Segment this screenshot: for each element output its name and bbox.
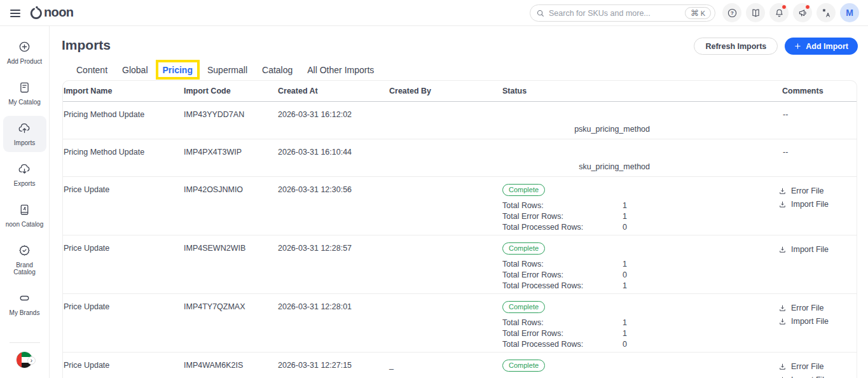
announcement-dot: [805, 4, 810, 10]
sidebar-item-label: noon Catalog: [6, 221, 44, 228]
cell-created-at: 2026-03-31 12:30:56: [277, 177, 389, 235]
cell-comments: Error FileImport File: [778, 353, 857, 378]
tab-content[interactable]: Content: [76, 64, 108, 76]
sidebar-item-add-product[interactable]: Add Product: [3, 34, 46, 71]
tab-pricing[interactable]: Pricing: [162, 64, 193, 76]
tab-all-other-imports[interactable]: All Other Imports: [307, 64, 375, 76]
notifications-button[interactable]: [769, 3, 789, 22]
help-button[interactable]: ?: [722, 3, 741, 22]
cell-import-code: IMP4SEWN2WIB: [183, 235, 277, 293]
import-file-link[interactable]: Import File: [778, 197, 857, 212]
announcements-button[interactable]: [793, 3, 812, 22]
translate-button[interactable]: [816, 3, 836, 22]
file-link-label: Import File: [791, 197, 829, 212]
svg-text:?: ?: [731, 10, 734, 16]
sidebar-item-my-brands[interactable]: My Brands: [3, 286, 46, 322]
tab-supermall[interactable]: Supermall: [207, 64, 248, 76]
search-bar[interactable]: ⌘K: [530, 4, 715, 22]
cell-created-by: [389, 102, 502, 139]
comments-text: --: [778, 148, 788, 157]
imports-table: Import Name Import Code Created At Creat…: [62, 80, 857, 378]
stat-value: 1: [623, 318, 627, 328]
sidebar-item-label: My Catalog: [8, 99, 41, 106]
sidebar-item-my-catalog[interactable]: My Catalog: [3, 75, 46, 111]
status-stats: Total Rows:1Total Error Rows:1Total Proc…: [502, 200, 778, 233]
noon-logo[interactable]: noon: [29, 4, 73, 20]
tab-catalog[interactable]: Catalog: [261, 64, 293, 76]
sidebar-item-label: Exports: [14, 180, 36, 187]
table-row: Pricing Method UpdateIMP4PX4T3WIP2026-03…: [63, 139, 857, 177]
file-link-label: Import File: [791, 373, 829, 378]
table-row: Price UpdateIMP4WAM6K2IS2026-03-31 12:27…: [63, 353, 857, 378]
error-file-link[interactable]: Error File: [778, 360, 857, 374]
country-selector[interactable]: ›: [16, 351, 33, 368]
error-file-link[interactable]: Error File: [778, 184, 857, 199]
table-body: Pricing Method UpdateIMP43YYDD7AN2026-03…: [63, 102, 857, 378]
stat-label: Total Rows:: [502, 259, 544, 270]
cell-import-name: Pricing Method Update: [63, 102, 183, 139]
cell-status: CompleteTotal Rows:1Total Error Rows:1To…: [502, 294, 778, 352]
cell-comments: --: [778, 102, 857, 139]
add-import-button[interactable]: Add Import: [785, 38, 858, 55]
book-icon: [750, 8, 761, 18]
hamburger-menu-icon[interactable]: [10, 8, 20, 19]
sidebar-item-label: Imports: [14, 139, 35, 146]
stat-value: 0: [623, 222, 627, 233]
stat-line: Total Error Rows:0: [502, 270, 627, 281]
status-badge: Complete: [502, 360, 545, 372]
notification-dot: [782, 4, 787, 10]
import-file-link[interactable]: Import File: [778, 314, 857, 329]
sidebar-item-exports[interactable]: Exports: [3, 157, 46, 193]
cell-created-by: [389, 139, 502, 176]
stat-value: 1: [623, 259, 627, 270]
translate-icon: [821, 8, 832, 18]
sidebar-item-imports[interactable]: Imports: [3, 116, 46, 152]
stat-value: 0: [623, 339, 627, 350]
file-link-label: Error File: [791, 184, 823, 199]
header-buttons: Refresh Imports Add Import: [694, 38, 858, 55]
help-icon: ?: [727, 8, 738, 18]
stat-label: Total Processed Rows:: [502, 281, 583, 291]
error-file-link[interactable]: Error File: [778, 301, 857, 316]
tab-global[interactable]: Global: [121, 64, 148, 76]
file-link-label: Import File: [791, 314, 829, 329]
cell-import-code: IMP43YYDD7AN: [183, 102, 277, 139]
sidebar-divider: [10, 342, 40, 343]
cell-import-code: IMP4TY7QZMAX: [183, 294, 277, 352]
file-link-label: Import File: [791, 242, 829, 257]
pricing-method-text: sku_pricing_method: [502, 162, 650, 172]
column-header-status: Status: [502, 87, 778, 95]
cell-status: psku_pricing_method: [502, 102, 778, 139]
sidebar-item-label: My Brands: [10, 309, 40, 316]
file-link-label: Error File: [791, 360, 823, 374]
stat-line: Total Processed Rows:0: [502, 222, 627, 233]
cell-comments: --: [778, 139, 857, 176]
sidebar-item-brand-catalog[interactable]: Brand Catalog: [3, 238, 46, 281]
cell-created-at: 2026-03-31 12:28:57: [277, 235, 389, 293]
cell-import-code: IMP4PX4T3WIP: [183, 139, 277, 176]
import-file-link[interactable]: Import File: [778, 373, 857, 378]
stat-line: Total Processed Rows:0: [502, 339, 627, 350]
stat-label: Total Rows:: [502, 318, 544, 328]
table-row: Pricing Method UpdateIMP43YYDD7AN2026-03…: [63, 102, 857, 139]
search-input[interactable]: [549, 9, 685, 18]
stat-line: Total Error Rows:1: [502, 328, 627, 339]
stat-line: Total Rows:1: [502, 259, 627, 270]
table-header: Import Name Import Code Created At Creat…: [63, 81, 857, 102]
refresh-imports-button[interactable]: Refresh Imports: [694, 38, 778, 55]
cell-status: CompleteTotal Rows:1: [502, 353, 778, 378]
topbar: noon ⌘K ?: [0, 0, 868, 26]
sidebar-item-noon-catalog[interactable]: noon Catalog: [3, 197, 46, 234]
search-icon: [536, 9, 545, 18]
import-file-link[interactable]: Import File: [778, 242, 857, 257]
download-icon: [778, 363, 787, 371]
avatar[interactable]: M: [840, 3, 859, 22]
docs-button[interactable]: [746, 3, 765, 22]
cell-created-by: _: [389, 353, 502, 378]
cell-comments: Error FileImport File: [778, 294, 857, 352]
chevron-right-icon: ›: [27, 356, 36, 365]
stat-line: Total Error Rows:1: [502, 211, 627, 222]
pricing-method-text: psku_pricing_method: [502, 125, 650, 134]
cell-import-name: Price Update: [63, 235, 183, 293]
cell-created-at: 2026-03-31 16:12:02: [277, 102, 389, 139]
